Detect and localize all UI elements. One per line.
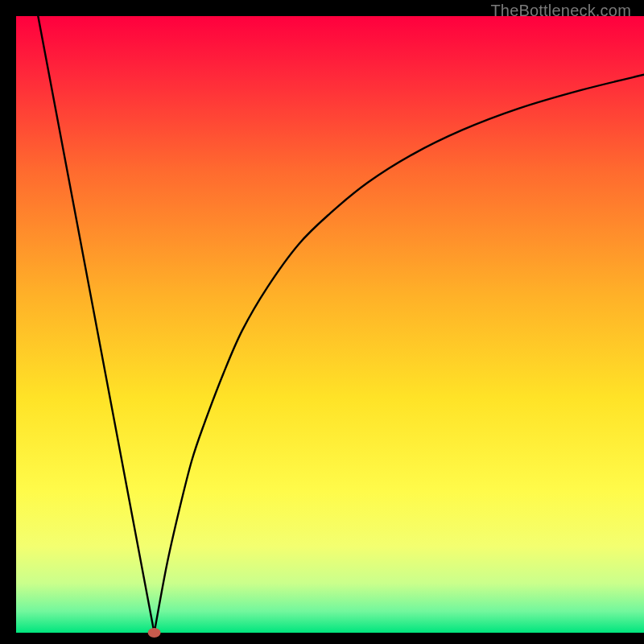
bottleneck-curve-chart [0,0,644,644]
plot-background [16,16,644,633]
watermark-text: TheBottleneck.com [490,2,631,20]
curve-minimum-marker [148,628,161,638]
chart-canvas: TheBottleneck.com [0,0,644,644]
